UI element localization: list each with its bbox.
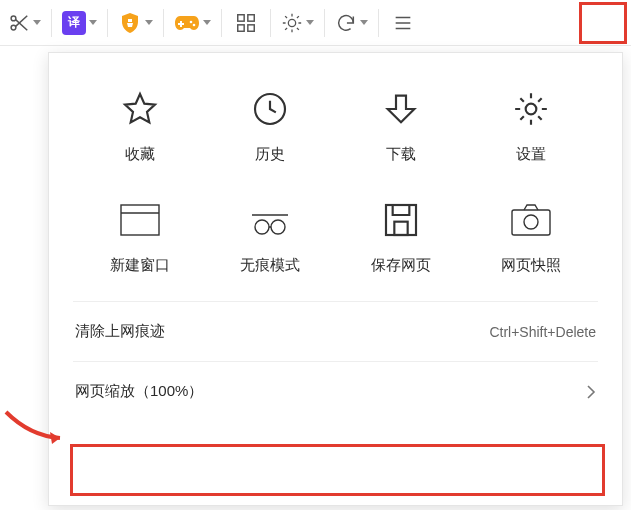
- save-icon: [381, 200, 421, 240]
- menu-item-downloads[interactable]: 下载: [336, 87, 466, 164]
- dropdown-caret-icon: [203, 20, 211, 25]
- menu-item-save-page[interactable]: 保存网页: [336, 198, 466, 275]
- menu-label: 网页快照: [501, 256, 561, 275]
- separator: [73, 361, 598, 362]
- svg-point-12: [526, 104, 537, 115]
- scissors-icon: [8, 12, 30, 34]
- chevron-right-icon: [586, 384, 596, 400]
- translate-icon: 译: [62, 11, 86, 35]
- svg-point-0: [11, 16, 16, 21]
- svg-point-19: [524, 215, 538, 229]
- svg-rect-13: [121, 205, 159, 235]
- divider: [51, 9, 52, 37]
- menu-item-snapshot[interactable]: 网页快照: [466, 198, 596, 275]
- menu-label: 设置: [516, 145, 546, 164]
- svg-point-10: [288, 19, 295, 26]
- clock-icon: [250, 89, 290, 129]
- svg-rect-17: [394, 222, 407, 235]
- svg-rect-18: [512, 210, 550, 235]
- divider: [270, 9, 271, 37]
- hamburger-menu-button[interactable]: [385, 5, 421, 41]
- svg-point-15: [271, 220, 285, 234]
- svg-point-4: [190, 20, 193, 23]
- shield-icon: [118, 11, 142, 35]
- download-icon: [381, 89, 421, 129]
- svg-rect-7: [248, 14, 254, 20]
- shortcut-label: Ctrl+Shift+Delete: [489, 324, 596, 340]
- main-menu-dropdown: 收藏 历史 下载 设置 新建窗口 无痕模式 保存网页 网页快照: [48, 52, 623, 506]
- dropdown-caret-icon: [306, 20, 314, 25]
- menu-label: 新建窗口: [110, 256, 170, 275]
- undo-icon: [335, 12, 357, 34]
- gear-icon: [511, 89, 551, 129]
- divider: [107, 9, 108, 37]
- sun-icon: [281, 12, 303, 34]
- scissors-button[interactable]: [4, 5, 45, 41]
- menu-label: 无痕模式: [240, 256, 300, 275]
- menu-label: 收藏: [125, 145, 155, 164]
- dropdown-caret-icon: [89, 20, 97, 25]
- dropdown-caret-icon: [360, 20, 368, 25]
- window-icon: [118, 201, 162, 239]
- menu-item-incognito[interactable]: 无痕模式: [205, 198, 335, 275]
- divider: [324, 9, 325, 37]
- menu-label: 保存网页: [371, 256, 431, 275]
- star-icon: [120, 89, 160, 129]
- incognito-icon: [248, 201, 292, 239]
- svg-point-1: [11, 25, 16, 30]
- svg-point-5: [193, 23, 196, 26]
- menu-item-zoom[interactable]: 网页缩放（100%）: [49, 368, 622, 415]
- browser-toolbar: 译: [0, 0, 631, 46]
- hamburger-icon: [392, 12, 414, 34]
- svg-rect-9: [248, 24, 254, 30]
- menu-item-clear-traces[interactable]: 清除上网痕迹 Ctrl+Shift+Delete: [49, 308, 622, 355]
- svg-rect-3: [178, 23, 184, 25]
- shield-button[interactable]: [114, 5, 157, 41]
- grid-icon: [235, 12, 257, 34]
- svg-rect-6: [238, 14, 244, 20]
- gamepad-icon: [174, 13, 200, 33]
- divider: [163, 9, 164, 37]
- separator: [73, 301, 598, 302]
- divider: [221, 9, 222, 37]
- dropdown-caret-icon: [145, 20, 153, 25]
- gamepad-button[interactable]: [170, 5, 215, 41]
- translate-button[interactable]: 译: [58, 5, 101, 41]
- menu-item-settings[interactable]: 设置: [466, 87, 596, 164]
- menu-item-favorites[interactable]: 收藏: [75, 87, 205, 164]
- svg-rect-16: [386, 205, 416, 235]
- divider: [378, 9, 379, 37]
- menu-item-history[interactable]: 历史: [205, 87, 335, 164]
- dropdown-caret-icon: [33, 20, 41, 25]
- menu-item-new-window[interactable]: 新建窗口: [75, 198, 205, 275]
- camera-icon: [509, 202, 553, 238]
- undo-button[interactable]: [331, 5, 372, 41]
- menu-label: 历史: [255, 145, 285, 164]
- menu-label: 清除上网痕迹: [75, 322, 165, 341]
- apps-grid-button[interactable]: [228, 5, 264, 41]
- menu-label: 网页缩放（100%）: [75, 382, 203, 401]
- svg-point-14: [255, 220, 269, 234]
- svg-rect-8: [238, 24, 244, 30]
- brightness-button[interactable]: [277, 5, 318, 41]
- menu-label: 下载: [386, 145, 416, 164]
- menu-grid: 收藏 历史 下载 设置 新建窗口 无痕模式 保存网页 网页快照: [49, 53, 622, 295]
